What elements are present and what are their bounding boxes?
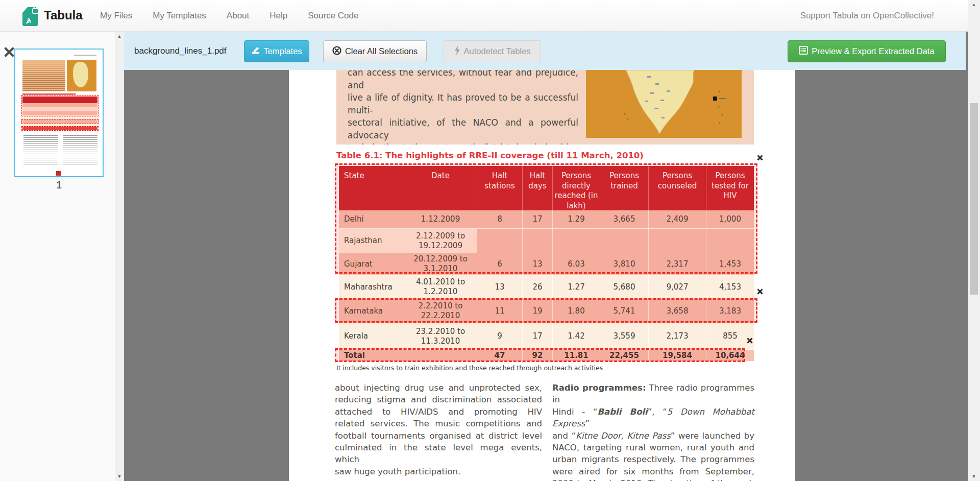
table-cell: 26 — [523, 275, 553, 299]
text-line: can access the services, without fear an… — [348, 70, 578, 91]
window-scrollbar[interactable]: ▲ ▼ — [968, 0, 980, 481]
table-cell: 9 — [477, 323, 523, 349]
right-column-paragraph: Radio programmes: Three radio programmes… — [552, 382, 754, 481]
left-column-paragraph: about injecting drug use and unprotected… — [335, 382, 542, 477]
clear-button-label: Clear All Selections — [345, 46, 418, 56]
thumb-text-column — [23, 135, 58, 165]
thumb-selection-box — [21, 126, 99, 131]
selection-close-icon[interactable] — [746, 336, 754, 345]
selection-box[interactable] — [335, 348, 745, 362]
filename-label: background_lines_1.pdf — [134, 46, 227, 56]
table-row: Kerala23.2.2010 to 11.3.20109171.423,559… — [339, 323, 754, 349]
text-line: Hindi - “Babli Boli”, “5 Down Mohabbat E… — [552, 406, 754, 430]
sidebar: 1 — [0, 32, 115, 481]
text-line: reducing stigma and discrimination assoc… — [335, 394, 542, 405]
selection-close-icon[interactable] — [756, 154, 765, 162]
page-number-label: 1 — [14, 179, 104, 191]
sidebar-scrollbar[interactable]: ▲ ▼ — [115, 32, 124, 481]
nav-item-help[interactable]: Help — [259, 11, 298, 21]
nav-item-about[interactable]: About — [216, 11, 259, 21]
text-line: Radio programmes: Three radio programmes… — [552, 382, 754, 406]
selection-box[interactable] — [335, 163, 757, 274]
text-line: tool, both at the state and district lev… — [348, 141, 578, 145]
table-cell: Kerala — [339, 323, 404, 349]
thumb-page-badge — [56, 171, 61, 176]
table-cell: 5,680 — [600, 275, 649, 299]
export-button-label: Preview & Export Extracted Data — [812, 46, 934, 56]
table-cell: 4.01.2010 to 1.2.2010 — [404, 275, 477, 299]
table-cell: 1.42 — [553, 323, 600, 349]
support-link[interactable]: Support Tabula on OpenCollective! — [800, 11, 934, 21]
pdf-page[interactable]: can access the services, without fear an… — [289, 70, 795, 481]
table-cell: Maharashtra — [339, 275, 404, 299]
text-line: attached to HIV/AIDS and promoting HIV — [335, 406, 542, 418]
scroll-down-icon[interactable]: ▼ — [968, 474, 980, 479]
remove-page-close-icon[interactable] — [4, 47, 14, 59]
navbar: Tabula My Files My Templates About Help … — [0, 0, 980, 32]
scroll-up-icon[interactable]: ▲ — [115, 34, 124, 39]
thumb-map — [67, 60, 96, 91]
table-title: Table 6.1: The highlights of RRE-II cove… — [336, 151, 644, 160]
text-line: NACO, targeting rural women, rural youth… — [552, 442, 754, 453]
table-list-icon — [799, 46, 808, 57]
table-cell: 13 — [477, 275, 523, 299]
remove-circle-icon — [332, 46, 341, 57]
preview-export-button[interactable]: Preview & Export Extracted Data — [788, 40, 946, 62]
table-cell: 3,559 — [600, 323, 649, 349]
table-footnote: It includes visitors to train exhibition… — [336, 364, 603, 372]
text-line: live a life of dignity. It has proved to… — [348, 91, 578, 116]
lightning-bolt-icon — [454, 46, 460, 57]
text-line: sectoral initiative, of the NACO and a p… — [348, 116, 578, 141]
table-cell: 1.27 — [553, 275, 600, 299]
nav-item-source-code[interactable]: Source Code — [298, 11, 369, 21]
templates-button[interactable]: Templates — [244, 40, 309, 62]
thumb-header-line — [74, 55, 96, 56]
brand-title: Tabula — [44, 8, 83, 22]
text-line: about injecting drug use and unprotected… — [335, 382, 542, 394]
intro-paragraph: can access the services, without fear an… — [348, 70, 578, 145]
scroll-up-icon[interactable]: ▲ — [968, 2, 980, 7]
autodetect-tables-button: Autodetect Tables — [444, 40, 541, 62]
selection-close-icon[interactable] — [756, 287, 765, 296]
text-line: 2009 to March, 2010. The duration of the… — [552, 477, 754, 481]
autodetect-button-label: Autodetect Tables — [464, 46, 531, 56]
main-viewport: background_lines_1.pdf Templates Clear A… — [124, 32, 968, 481]
tabula-logo-icon — [22, 6, 40, 28]
scrollbar-thumb[interactable] — [970, 103, 978, 295]
text-line: urban migrants respectively. The program… — [552, 453, 754, 465]
text-line: and “Kitne Door, Kitne Pass” were launch… — [552, 430, 754, 442]
save-template-icon — [251, 46, 260, 57]
selection-box[interactable] — [335, 298, 757, 323]
text-line: saw huge youth participation. — [335, 466, 542, 477]
text-line: culminated in the state level mega event… — [335, 442, 542, 466]
templates-button-label: Templates — [263, 46, 302, 56]
page-thumbnail[interactable] — [14, 49, 104, 177]
toolbar: background_lines_1.pdf Templates Clear A… — [124, 32, 966, 70]
table-row: Maharashtra4.01.2010 to 1.2.201013261.27… — [339, 275, 754, 299]
thumb-text-column — [63, 135, 97, 165]
table-cell: 2,173 — [649, 323, 706, 349]
nav-item-my-templates[interactable]: My Templates — [142, 11, 216, 21]
clear-all-selections-button[interactable]: Clear All Selections — [323, 40, 427, 62]
scroll-down-icon[interactable]: ▼ — [115, 474, 124, 479]
thumb-selection-box — [21, 119, 99, 124]
thumb-selection-box — [21, 95, 99, 116]
text-line: related services. The music competitions… — [335, 418, 542, 429]
table-cell: 9,027 — [649, 275, 706, 299]
text-line: football tournaments organised at distri… — [335, 430, 542, 442]
nav-item-my-files[interactable]: My Files — [90, 11, 142, 21]
nav-menu: My Files My Templates About Help Source … — [90, 0, 369, 32]
table-cell: 23.2.2010 to 11.3.2010 — [404, 323, 477, 349]
text-line: were aired for six months from September… — [552, 466, 754, 477]
thumb-text-block — [22, 60, 65, 91]
table-cell: 4,153 — [706, 275, 754, 299]
india-map-image — [586, 70, 742, 138]
table-cell: 17 — [523, 323, 553, 349]
